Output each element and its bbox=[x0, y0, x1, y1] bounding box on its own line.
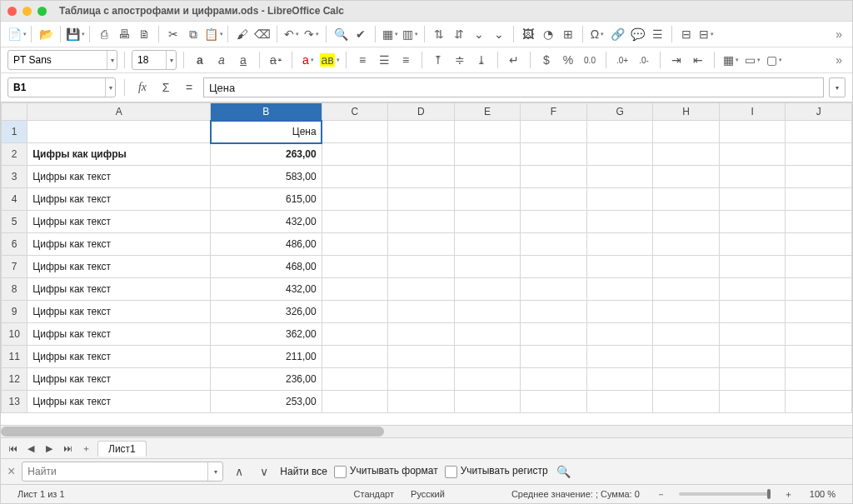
cell[interactable] bbox=[454, 301, 521, 323]
cell[interactable] bbox=[388, 188, 455, 211]
cell[interactable] bbox=[786, 278, 852, 301]
cell[interactable] bbox=[521, 233, 587, 256]
cell[interactable]: Цена bbox=[211, 121, 322, 143]
row-header[interactable]: 6 bbox=[2, 233, 27, 256]
cell[interactable] bbox=[521, 368, 587, 391]
cell[interactable] bbox=[388, 346, 455, 368]
spreadsheet-grid[interactable]: ABCDEFGHIJ1Цена2Цифры как цифры263,003Ци… bbox=[1, 102, 852, 425]
cell[interactable] bbox=[521, 256, 587, 278]
cell[interactable] bbox=[388, 233, 455, 256]
highlight-button[interactable]: ав▾ bbox=[321, 51, 339, 69]
cell[interactable] bbox=[719, 323, 786, 346]
cell[interactable] bbox=[521, 143, 587, 166]
number-icon[interactable]: 0.0 bbox=[581, 51, 599, 69]
cell[interactable] bbox=[719, 143, 786, 166]
border-style-icon[interactable]: ▭▾ bbox=[743, 51, 761, 69]
row-header[interactable]: 3 bbox=[2, 166, 27, 188]
toolbar-overflow-icon[interactable]: » bbox=[832, 53, 846, 67]
save-icon[interactable]: 💾▾ bbox=[66, 25, 84, 43]
comment-icon[interactable]: 💬 bbox=[628, 25, 646, 43]
cell[interactable] bbox=[653, 256, 720, 278]
cell[interactable] bbox=[322, 188, 388, 211]
match-case-checkbox[interactable]: Учитывать регистр bbox=[445, 465, 548, 477]
font-size-input[interactable] bbox=[132, 54, 166, 66]
cell[interactable]: 236,00 bbox=[211, 368, 322, 391]
cell[interactable] bbox=[586, 166, 653, 188]
cell[interactable] bbox=[719, 346, 786, 368]
find-options-icon[interactable]: 🔍 bbox=[555, 462, 573, 481]
row-header[interactable]: 4 bbox=[2, 188, 27, 211]
row-header[interactable]: 9 bbox=[2, 301, 27, 323]
cell[interactable] bbox=[586, 346, 653, 368]
column-header[interactable]: C bbox=[322, 103, 388, 121]
row-header[interactable]: 5 bbox=[2, 211, 27, 233]
cell[interactable] bbox=[454, 166, 521, 188]
cell[interactable] bbox=[586, 233, 653, 256]
cell[interactable] bbox=[322, 278, 388, 301]
cell[interactable] bbox=[322, 391, 388, 413]
prev-sheet-icon[interactable]: ◀ bbox=[24, 442, 37, 455]
chevron-down-icon[interactable]: ▾ bbox=[166, 51, 176, 69]
cell[interactable] bbox=[719, 188, 786, 211]
pivot-icon[interactable]: ⊞ bbox=[559, 25, 577, 43]
cell[interactable]: 263,00 bbox=[211, 143, 322, 166]
toolbar-overflow-icon[interactable]: » bbox=[832, 27, 846, 41]
pdf-export-icon[interactable]: ⎙ bbox=[95, 25, 113, 43]
cell[interactable] bbox=[454, 256, 521, 278]
cell[interactable]: Цифры как текст bbox=[27, 301, 211, 323]
find-prev-icon[interactable]: ∧ bbox=[230, 462, 248, 481]
chevron-down-icon[interactable]: ▾ bbox=[207, 462, 222, 481]
filter-icon[interactable]: ⌄ bbox=[490, 25, 508, 43]
print-preview-icon[interactable]: 🗎 bbox=[135, 25, 153, 43]
cell[interactable]: Цифры как текст bbox=[27, 166, 211, 188]
zoom-level[interactable]: 100 % bbox=[801, 489, 844, 499]
cell[interactable] bbox=[322, 323, 388, 346]
cell[interactable] bbox=[388, 166, 455, 188]
cell[interactable] bbox=[653, 188, 720, 211]
cell[interactable] bbox=[521, 346, 587, 368]
align-right-icon[interactable]: ≡ bbox=[397, 51, 415, 69]
cell[interactable] bbox=[786, 391, 852, 413]
cell[interactable]: Цифры как текст bbox=[27, 323, 211, 346]
copy-icon[interactable]: ⧉ bbox=[184, 25, 202, 43]
cell[interactable] bbox=[719, 256, 786, 278]
cell[interactable] bbox=[653, 166, 720, 188]
window-maximize-icon[interactable] bbox=[37, 7, 47, 16]
zoom-out-icon[interactable]: － bbox=[648, 488, 674, 501]
undo-icon[interactable]: ↶▾ bbox=[282, 25, 301, 43]
cell[interactable] bbox=[521, 278, 587, 301]
align-left-icon[interactable]: ≡ bbox=[353, 51, 372, 69]
image-icon[interactable]: 🖼 bbox=[519, 25, 537, 43]
remove-decimal-icon[interactable]: .0- bbox=[635, 51, 653, 69]
cell[interactable] bbox=[521, 391, 587, 413]
open-icon[interactable]: 📂 bbox=[37, 25, 55, 43]
horizontal-scrollbar[interactable] bbox=[1, 425, 852, 437]
cell[interactable] bbox=[322, 143, 388, 166]
fill-color-icon[interactable]: ▢▾ bbox=[765, 51, 783, 69]
formula-expand-icon[interactable]: ▾ bbox=[829, 77, 846, 97]
cell[interactable] bbox=[322, 346, 388, 368]
cell[interactable] bbox=[653, 233, 720, 256]
sort-desc-icon[interactable]: ⇵ bbox=[450, 25, 468, 43]
cell[interactable] bbox=[521, 211, 587, 233]
cell[interactable] bbox=[653, 143, 720, 166]
row-header[interactable]: 10 bbox=[2, 323, 27, 346]
cell[interactable] bbox=[653, 278, 720, 301]
add-decimal-icon[interactable]: .0+ bbox=[613, 51, 631, 69]
cell[interactable] bbox=[586, 143, 653, 166]
column-header[interactable]: B bbox=[211, 103, 322, 121]
cell[interactable]: 432,00 bbox=[211, 211, 322, 233]
cell[interactable] bbox=[27, 121, 211, 143]
cell[interactable] bbox=[521, 166, 587, 188]
bold-button[interactable]: a bbox=[191, 51, 209, 69]
cell[interactable]: Цифры как текст bbox=[27, 256, 211, 278]
hyperlink-icon[interactable]: 🔗 bbox=[608, 25, 626, 43]
sort-asc-icon[interactable]: ⇅ bbox=[430, 25, 448, 43]
status-summary[interactable]: Среднее значение: ; Сумма: 0 bbox=[503, 489, 648, 499]
row-header[interactable]: 13 bbox=[2, 391, 27, 413]
cell[interactable] bbox=[388, 391, 455, 413]
font-name-combo[interactable]: ▾ bbox=[7, 50, 117, 70]
cell[interactable]: 468,00 bbox=[211, 256, 322, 278]
cell[interactable]: Цифры как текст bbox=[27, 368, 211, 391]
cell[interactable] bbox=[653, 211, 720, 233]
